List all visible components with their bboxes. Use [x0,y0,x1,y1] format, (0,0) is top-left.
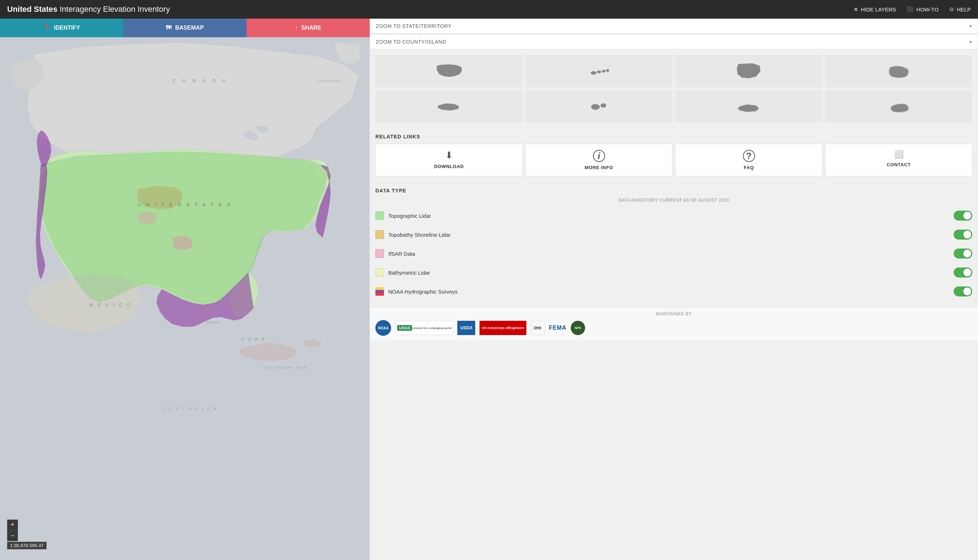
data-inventory-note: DATA INVENTORY CURRENT AS OF AUGUST 2020 [375,198,972,203]
data-type-title: DATA TYPE [375,188,972,193]
territory-island-1[interactable] [825,55,972,87]
svg-text:Caribbean Sea: Caribbean Sea [266,365,307,369]
faq-label: FAQ [744,165,754,170]
territory-vi[interactable] [525,90,672,122]
data-type-section: DATA TYPE DATA INVENTORY CURRENT AS OF A… [369,188,978,307]
app-title: United States Interagency Elevation Inve… [7,5,843,14]
x-icon: ✕ [853,6,858,13]
territory-hawaii[interactable] [525,55,672,87]
noaa-toggle[interactable] [954,287,972,297]
chevron-down-icon-2: ▾ [970,39,972,45]
fema-logo: FEMA [549,321,567,335]
army-corps-logo: US Army Corps of Engineers [480,321,526,335]
chevron-down-icon: ▾ [970,23,972,29]
map-icon: 🗺 [166,25,171,31]
nps-logo: NPS [571,321,585,335]
layer-row-ifsar: IfSAR Data [375,244,972,263]
right-panel: ZOOM TO STATE/TERRITORY ▾ ZOOM TO COUNTY… [369,18,978,560]
svg-text:Mexico: Mexico [207,320,219,324]
info-icon: i [593,150,605,162]
svg-point-9 [591,71,597,75]
logos-row: NOAA USGS science for a changing world U… [375,320,972,336]
layer-row-topobathy: Topobathy Shoreline Lidar [375,225,972,244]
svg-text:M É X I C O: M É X I C O [89,302,132,308]
pin-icon: 📍 [43,25,50,32]
territory-pr[interactable] [375,90,522,122]
topobathy-toggle[interactable] [954,230,972,240]
topo-lidar-toggle[interactable] [954,211,972,221]
contact-card[interactable]: ⬜ CONTACT [825,144,972,176]
svg-point-14 [600,103,606,108]
zoom-controls: + − 1:36,978,595.47 [7,520,47,549]
topobathy-swatch [375,230,384,239]
download-card[interactable]: ⬇ DOWNLOAD [375,144,522,176]
identify-label: IDENTIFY [54,25,80,31]
bathymetric-swatch [375,268,384,277]
scale-display: 1:36,978,595.47 [7,542,47,549]
download-label: DOWNLOAD [434,164,464,169]
svg-text:C O S T A   R I C A: C O S T A R I C A [162,407,218,411]
svg-point-13 [591,104,600,110]
bathymetric-name: Bathymetric Lidar [388,270,950,276]
topobathy-name: Topobathy Shoreline Lidar [388,232,950,238]
ifsar-name: IfSAR Data [388,251,950,257]
faq-card[interactable]: ? FAQ [675,144,823,176]
contact-icon: ⬜ [894,150,904,159]
topo-lidar-name: Topographic Lidar [388,213,950,219]
basemap-button[interactable]: 🗺 BASEMAP [123,18,246,37]
basemap-label: BASEMAP [175,25,204,31]
help-label: HELP [957,7,971,13]
svg-point-10 [597,70,601,73]
how-to-button[interactable]: ⬛ HOW-TO [907,6,939,13]
ifsar-swatch [375,249,384,258]
layer-row-noaa: NOAA Hydrographic Surveys [375,282,972,301]
zoom-out-button[interactable]: − [7,530,18,541]
svg-text:C A N A D A: C A N A D A [172,78,228,83]
noaa-swatch [375,287,384,296]
maintained-by-section: MAINTAINED BY NOAA USGS science for a ch… [369,307,978,340]
more-info-card[interactable]: i MORE INFO [525,144,672,176]
zoom-state-dropdown[interactable]: ZOOM TO STATE/TERRITORY ▾ [369,18,978,33]
svg-text:C U B A: C U B A [241,337,266,341]
zoom-in-button[interactable]: + [7,520,18,530]
zoom-county-dropdown[interactable]: ZOOM TO COUNTY/ISLAND ▾ [369,34,978,49]
hide-layers-label: HIDE LAYERS [861,7,896,13]
layer-row-topo-lidar: Topographic Lidar [375,206,972,225]
identify-button[interactable]: 📍 IDENTIFY [0,18,123,37]
usgs-logo: USGS science for a changing world [395,321,453,335]
how-to-label: HOW-TO [916,7,939,13]
svg-point-12 [606,69,609,72]
ifsar-toggle[interactable] [954,248,972,258]
svg-text:Labrador: Labrador [318,79,343,83]
dhs-logo: DHS [531,321,545,335]
help-circle-icon: ⊙ [950,6,954,13]
related-links-title: RELATED LINKS [375,134,972,140]
help-button[interactable]: ⊙ HELP [950,6,971,13]
contact-label: CONTACT [887,162,911,167]
territory-alaska[interactable] [675,55,823,87]
zoom-county-label: ZOOM TO COUNTY/ISLAND [376,39,970,45]
more-info-label: MORE INFO [585,165,614,170]
noaa-logo: NOAA [375,320,391,336]
share-label: SHARE [301,25,321,31]
territory-conus[interactable] [375,55,522,87]
monitor-icon: ⬛ [907,6,914,13]
territory-cnmi[interactable] [825,90,972,122]
share-button[interactable]: ↑ SHARE [247,18,369,37]
zoom-state-label: ZOOM TO STATE/TERRITORY [376,23,970,29]
download-icon: ⬇ [445,150,453,161]
title-light: Interagency Elevation Inventory [58,5,170,13]
map-container[interactable]: 📍 IDENTIFY 🗺 BASEMAP ↑ SHARE [0,18,369,560]
hide-layers-button[interactable]: ✕ HIDE LAYERS [853,6,896,13]
map-svg: C A N A D A U N I T E D S T A T E S M É … [0,37,369,560]
title-bold: United States [7,5,58,13]
bathymetric-toggle[interactable] [954,267,972,277]
maintained-by-label: MAINTAINED BY [375,312,972,317]
faq-icon: ? [743,150,755,162]
usda-logo: USDA [457,321,475,335]
topo-lidar-swatch [375,211,384,220]
layer-row-bathymetric: Bathymetric Lidar [375,263,972,282]
svg-text:U N I T E D   S T A T E S: U N I T E D S T A T E S [138,202,232,207]
territory-samoa[interactable] [675,90,823,122]
svg-point-11 [602,70,605,73]
